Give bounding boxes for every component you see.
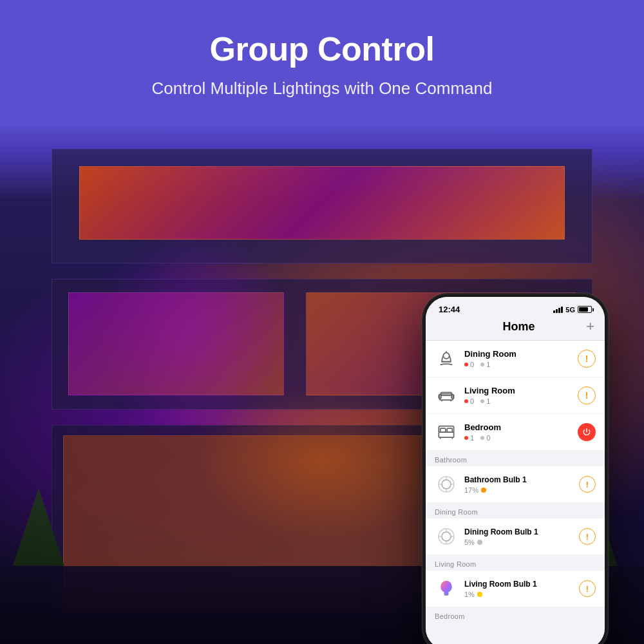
dining-bulb1-status: 5% bbox=[464, 538, 579, 546]
bathroom-bulb-icon bbox=[435, 473, 458, 496]
living-stat1-val: 0 bbox=[470, 397, 474, 405]
phone-screen: 12:44 5G bbox=[426, 297, 605, 644]
section-header-living: Living Room bbox=[426, 555, 605, 571]
app-title: Home bbox=[451, 320, 586, 334]
signal-bar-1 bbox=[553, 310, 555, 313]
dining-room-info: Dining Room 0 1 bbox=[464, 349, 578, 368]
bedroom-stat2-val: 0 bbox=[486, 434, 490, 442]
sofa-icon bbox=[437, 386, 455, 404]
bathroom-bulb1-action[interactable]: ! bbox=[579, 476, 596, 493]
circle-bulb-icon-2 bbox=[437, 527, 455, 545]
floor-top-window bbox=[79, 166, 565, 240]
bedroom-icon bbox=[435, 421, 458, 444]
bathroom-bulb1-status: 17% bbox=[464, 486, 579, 494]
bedroom-power-action[interactable] bbox=[578, 423, 596, 441]
svg-rect-11 bbox=[447, 428, 452, 432]
floor-mid-left bbox=[68, 292, 284, 395]
bedroom-name: Bedroom bbox=[464, 422, 578, 432]
status-icons: 5G bbox=[553, 306, 592, 314]
device-item-living-bulb1[interactable]: Living Room Bulb 1 1% ! bbox=[426, 571, 605, 607]
battery-fill bbox=[579, 307, 588, 312]
living-bulb1-info: Living Room Bulb 1 1% bbox=[464, 580, 579, 598]
stat-dot-gray bbox=[480, 363, 484, 366]
svg-rect-10 bbox=[440, 428, 446, 432]
bathroom-bulb1-name: Bathroom Bulb 1 bbox=[464, 475, 579, 484]
power-icon bbox=[582, 428, 591, 437]
dining-room-name: Dining Room bbox=[464, 349, 578, 359]
living-stat-1: 0 bbox=[464, 397, 474, 405]
section-header-bathroom: Bathroom bbox=[426, 451, 605, 466]
dining-icon bbox=[437, 350, 455, 368]
dining-stat-1: 0 bbox=[464, 361, 474, 368]
dining-room-stats: 0 1 bbox=[464, 361, 578, 368]
app-content[interactable]: Dining Room 0 1 bbox=[426, 341, 605, 643]
room-item-dining[interactable]: Dining Room 0 1 bbox=[426, 341, 605, 377]
page-title: Group Control bbox=[13, 31, 631, 68]
bedroom-stat-1: 1 bbox=[464, 434, 474, 442]
living-stat-2: 1 bbox=[480, 397, 490, 405]
bedroom-stat1-val: 1 bbox=[470, 434, 474, 442]
section-header-dining: Dining Room bbox=[426, 503, 605, 518]
rooms-section: Dining Room 0 1 bbox=[426, 341, 605, 451]
color-bulb-icon bbox=[437, 580, 455, 598]
dining-bulb-icon bbox=[435, 525, 458, 548]
device-item-dining-bulb1[interactable]: Dining Room Bulb 1 5% ! bbox=[426, 518, 605, 555]
phone-container: 12:44 5G bbox=[422, 293, 609, 644]
room-item-bedroom[interactable]: Bedroom 1 0 bbox=[426, 414, 605, 451]
device-item-bathroom-bulb1[interactable]: Bathroom Bulb 1 17% ! bbox=[426, 466, 605, 503]
living-bulb1-pct: 1% bbox=[464, 591, 475, 598]
living-bulb1-indicator bbox=[477, 592, 482, 597]
page-wrapper: Group Control Control Multiple Lightings… bbox=[0, 0, 644, 644]
dining-bulb1-indicator bbox=[477, 540, 482, 545]
living-stat2-val: 1 bbox=[486, 397, 490, 405]
header-section: Group Control Control Multiple Lightings… bbox=[0, 0, 644, 113]
battery-icon bbox=[578, 306, 592, 313]
phone-outer: 12:44 5G bbox=[422, 293, 609, 644]
add-button[interactable]: + bbox=[586, 319, 594, 334]
bathroom-bulb1-indicator bbox=[481, 488, 486, 493]
living-bulb1-status: 1% bbox=[464, 591, 579, 598]
signal-bar-3 bbox=[558, 308, 560, 313]
status-5g: 5G bbox=[565, 306, 575, 314]
living-stat-dot-red bbox=[464, 399, 468, 403]
dining-bulb1-action[interactable]: ! bbox=[579, 528, 596, 545]
bedroom-stat-2: 0 bbox=[480, 434, 490, 442]
stat-dot-red bbox=[464, 363, 468, 366]
dining-stat-2: 1 bbox=[480, 361, 490, 368]
living-bulb1-name: Living Room Bulb 1 bbox=[464, 580, 579, 589]
living-bulb1-action[interactable]: ! bbox=[579, 580, 596, 597]
dining-stat1-val: 0 bbox=[470, 361, 474, 368]
bed-icon bbox=[437, 423, 455, 441]
floor-top bbox=[52, 149, 592, 263]
dining-bulb1-info: Dining Room Bulb 1 5% bbox=[464, 527, 579, 546]
living-stat-dot-gray bbox=[480, 399, 484, 403]
dining-stat2-val: 1 bbox=[486, 361, 490, 368]
bedroom-info: Bedroom 1 0 bbox=[464, 422, 578, 442]
signal-bar-2 bbox=[556, 309, 558, 313]
living-room-info: Living Room 0 1 bbox=[464, 386, 578, 405]
status-time: 12:44 bbox=[439, 305, 460, 314]
dining-room-icon bbox=[435, 347, 458, 370]
circle-bulb-icon bbox=[437, 475, 455, 493]
svg-point-21 bbox=[442, 532, 451, 541]
signal-bars bbox=[553, 307, 563, 313]
status-bar: 12:44 5G bbox=[426, 297, 605, 317]
living-room-action[interactable]: ! bbox=[578, 386, 596, 404]
dining-bulb1-pct: 5% bbox=[464, 538, 475, 546]
app-header: Home + bbox=[426, 317, 605, 341]
bathroom-bulb1-pct: 17% bbox=[464, 486, 478, 494]
bathroom-bulb1-info: Bathroom Bulb 1 17% bbox=[464, 475, 579, 494]
page-subtitle: Control Multiple Lightings with One Comm… bbox=[13, 78, 631, 100]
bedroom-stat-dot-red bbox=[464, 436, 468, 440]
svg-point-0 bbox=[443, 353, 449, 359]
room-item-living[interactable]: Living Room 0 1 bbox=[426, 377, 605, 414]
svg-point-15 bbox=[442, 480, 451, 489]
section-header-bedroom-devices: Bedroom bbox=[426, 607, 605, 623]
svg-rect-9 bbox=[439, 432, 453, 437]
living-room-icon bbox=[435, 384, 458, 407]
dining-bulb1-name: Dining Room Bulb 1 bbox=[464, 527, 579, 536]
dining-room-action[interactable]: ! bbox=[578, 350, 596, 368]
living-room-name: Living Room bbox=[464, 386, 578, 395]
bedroom-stats: 1 0 bbox=[464, 434, 578, 442]
signal-bar-4 bbox=[561, 307, 563, 313]
